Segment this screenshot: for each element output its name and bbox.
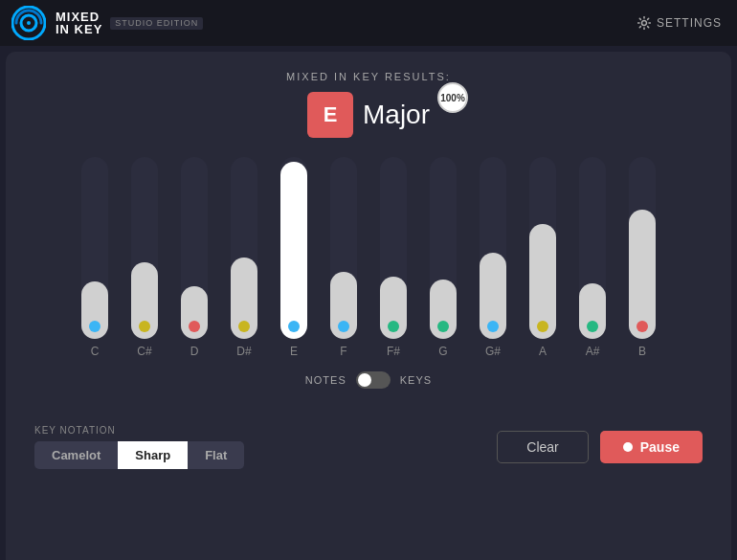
note-label: G# xyxy=(485,345,501,358)
brand-text: MIXEDIN KEY STUDIO EDITION xyxy=(56,11,203,35)
key-notation-label: KEY NOTATION xyxy=(34,425,244,436)
toggle-row: NOTES KEYS xyxy=(305,371,432,389)
settings-button[interactable]: SETTINGS xyxy=(637,16,722,30)
keys-toggle-label: KEYS xyxy=(400,374,432,386)
pause-label: Pause xyxy=(640,439,680,455)
key-type-label: Major xyxy=(363,100,430,130)
bar-track xyxy=(430,157,457,339)
bar-fill xyxy=(181,286,208,339)
bar-column-d#: D# xyxy=(219,157,269,358)
note-dot xyxy=(89,321,100,332)
note-dot xyxy=(587,321,598,332)
bar-track xyxy=(529,157,556,339)
note-label: D xyxy=(190,345,199,358)
pause-dot-icon xyxy=(623,442,633,452)
bar-column-b: B xyxy=(617,157,667,358)
svg-point-2 xyxy=(27,21,31,25)
note-label: A# xyxy=(586,345,600,358)
bar-fill xyxy=(430,280,457,339)
results-label: MIXED IN KEY RESULTS: xyxy=(286,71,451,82)
bar-fill xyxy=(131,262,158,339)
action-buttons: Clear Pause xyxy=(497,431,703,463)
note-dot xyxy=(139,321,150,332)
bar-column-c: C xyxy=(70,157,120,358)
bar-fill xyxy=(231,258,257,339)
bar-column-d: D xyxy=(169,157,219,358)
bar-column-f: F xyxy=(319,157,368,358)
bar-track xyxy=(181,157,208,339)
bar-track xyxy=(131,157,158,339)
clear-button[interactable]: Clear xyxy=(497,431,588,463)
note-dot xyxy=(338,321,349,332)
bar-track xyxy=(330,157,357,339)
gear-icon xyxy=(637,16,651,30)
main-panel: MIXED IN KEY RESULTS: E Major 100% CC#DD… xyxy=(6,52,731,560)
note-label: F# xyxy=(387,345,400,358)
bar-track xyxy=(579,157,606,339)
svg-point-3 xyxy=(641,21,646,26)
camelot-button[interactable]: Camelot xyxy=(34,441,118,469)
bar-track xyxy=(629,157,656,339)
bars-container: CC#DD#EFF#GG#AA#B xyxy=(34,157,703,358)
bar-column-a: A xyxy=(518,157,568,358)
sharp-button[interactable]: Sharp xyxy=(118,441,188,469)
bar-column-c#: C# xyxy=(120,157,169,358)
bar-track xyxy=(280,157,307,339)
bars-section: CC#DD#EFF#GG#AA#B NOTES KEYS xyxy=(34,157,703,402)
bar-fill xyxy=(81,281,108,339)
note-dot xyxy=(636,321,648,332)
note-label: C xyxy=(91,345,100,358)
note-dot xyxy=(238,321,250,332)
bar-fill xyxy=(280,162,307,339)
key-letter-badge: E xyxy=(307,92,353,138)
bar-column-e: E xyxy=(269,157,319,358)
main-content: MIXED IN KEY RESULTS: E Major 100% CC#DD… xyxy=(6,52,731,417)
note-label: D# xyxy=(236,345,251,358)
bar-track xyxy=(380,157,407,339)
note-dot xyxy=(288,321,300,332)
bar-track xyxy=(231,157,257,339)
notation-buttons: Camelot Sharp Flat xyxy=(34,441,244,469)
note-dot xyxy=(388,321,399,332)
bar-fill xyxy=(380,277,407,339)
bar-fill xyxy=(330,272,357,339)
bar-track xyxy=(81,157,108,339)
flat-button[interactable]: Flat xyxy=(188,441,244,469)
notes-toggle-label: NOTES xyxy=(305,374,346,386)
note-dot xyxy=(189,321,200,332)
settings-label: SETTINGS xyxy=(657,16,722,30)
bar-fill xyxy=(480,253,506,339)
key-result: E Major 100% xyxy=(307,92,430,138)
note-label: C# xyxy=(137,345,151,358)
note-label: B xyxy=(638,345,646,358)
bar-column-a#: A# xyxy=(568,157,617,358)
brand-section: MIXEDIN KEY STUDIO EDITION xyxy=(11,6,203,40)
app-header: MIXEDIN KEY STUDIO EDITION SETTINGS xyxy=(0,0,737,46)
bar-fill xyxy=(579,283,606,339)
bar-fill xyxy=(529,224,556,339)
note-dot xyxy=(487,321,499,332)
pause-button[interactable]: Pause xyxy=(600,431,703,463)
note-label: A xyxy=(539,345,547,358)
note-label: E xyxy=(290,345,298,358)
toggle-knob xyxy=(358,373,371,387)
bar-column-f#: F# xyxy=(368,157,418,358)
note-dot xyxy=(537,321,548,332)
key-notation-section: KEY NOTATION Camelot Sharp Flat xyxy=(34,425,244,469)
note-label: F xyxy=(340,345,346,358)
bar-track xyxy=(480,157,506,339)
note-dot xyxy=(437,321,449,332)
footer: KEY NOTATION Camelot Sharp Flat Clear Pa… xyxy=(6,417,731,481)
bar-column-g: G xyxy=(418,157,468,358)
bar-column-g#: G# xyxy=(468,157,518,358)
notes-keys-toggle[interactable] xyxy=(356,371,391,389)
confidence-badge: 100% xyxy=(437,82,468,113)
logo-icon xyxy=(11,6,46,40)
bar-fill xyxy=(629,210,656,339)
brand-name: MIXEDIN KEY xyxy=(56,11,102,35)
note-label: G xyxy=(438,345,447,358)
edition-badge: STUDIO EDITION xyxy=(110,17,203,30)
